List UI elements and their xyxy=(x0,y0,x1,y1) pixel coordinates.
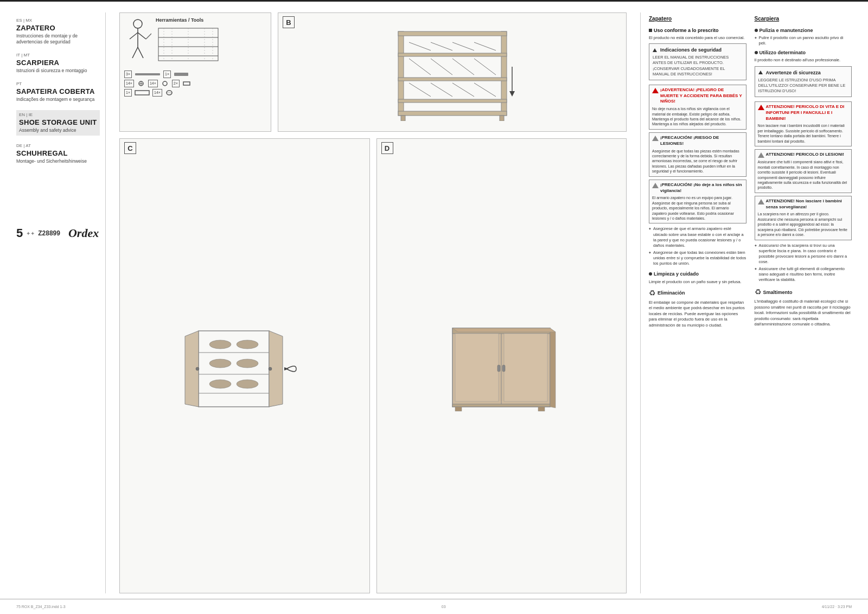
diagram-c-label: C xyxy=(124,142,136,154)
pulizia-text: Pulire il prodotto con un panno asciutto… xyxy=(755,35,852,46)
eliminacion-text: El embalaje se compone de materiales que… xyxy=(649,300,746,329)
svg-line-34 xyxy=(431,42,452,50)
italian-title: Scarpiera xyxy=(755,15,852,23)
warning-ninos: ¡PRECAUCIÓN! ¡No deje a los niños sin vi… xyxy=(649,180,746,224)
svg-line-38 xyxy=(431,59,452,75)
indicaciones-text: LEER EL MANUAL DE INSTRUCCIONES ANTES DE… xyxy=(653,55,743,77)
it-bullet-superficie: Assicurarsi che la scarpiera si trovi su… xyxy=(755,243,852,265)
smaltimento-text: L'imballaggio è costituito di materiali … xyxy=(755,299,852,328)
diagram-c-svg xyxy=(182,320,307,412)
utilizzo-bullet xyxy=(755,51,758,54)
svg-line-4 xyxy=(132,47,138,58)
svg-line-41 xyxy=(409,83,431,97)
it-bullet-collegamento: Assicurare che tutti gli elementi di col… xyxy=(755,266,852,283)
svg-rect-32 xyxy=(398,99,507,103)
it-triangle-2 xyxy=(758,152,764,158)
star-icons: ✦✦ xyxy=(26,231,35,236)
eliminacion-title: Eliminación xyxy=(658,290,685,296)
svg-rect-64 xyxy=(452,404,550,407)
svg-rect-17 xyxy=(174,73,188,76)
indicaciones-title: Indicaciones de seguridad xyxy=(653,47,743,53)
lang-block-pt: PT SAPATEIRA COBERTA Indicações de monta… xyxy=(16,81,100,103)
main-content: ES | MX ZAPATERO Instrucciones de montaj… xyxy=(0,2,868,599)
lang-block-de: DE | AT SCHUHREGAL Montage- und Sicherhe… xyxy=(16,143,100,164)
bottom-center-page: 03 xyxy=(442,605,446,609)
product-name-en: SHOE STORAGE UNIT xyxy=(19,118,97,126)
svg-rect-45 xyxy=(401,116,405,121)
svg-rect-30 xyxy=(398,53,507,56)
svg-point-61 xyxy=(237,380,258,388)
it-triangle-3 xyxy=(758,199,764,204)
warning-muerte: ¡ADVERTENCIA! ¡PELIGRO DE MUERTE Y ACCID… xyxy=(649,85,746,130)
svg-line-39 xyxy=(452,59,474,75)
svg-line-35 xyxy=(452,42,474,50)
svg-rect-49 xyxy=(199,331,269,407)
lang-code-en: EN | IE xyxy=(19,112,97,117)
svg-line-6 xyxy=(146,33,151,39)
svg-line-40 xyxy=(474,59,496,75)
svg-rect-46 xyxy=(500,116,504,121)
parts-list-figure: Herramientas / Tools xyxy=(119,12,271,132)
lang-block-en: EN | IE SHOE STORAGE UNIT Assembly and s… xyxy=(16,110,100,136)
diagram-d-svg xyxy=(439,320,564,412)
it-warning-lesioni: ATTENZIONE! PERICOLO DI LESIONI! Assicur… xyxy=(755,149,852,193)
warning-triangle-3 xyxy=(652,183,659,188)
product-name-de: SCHUHREGAL xyxy=(16,149,100,157)
bullet-conexiones: Asegúrese de que todas las conexiones es… xyxy=(649,250,746,266)
svg-point-0 xyxy=(133,20,142,28)
product-name-it: SCARPIERA xyxy=(16,59,100,67)
bottom-bar: 75 ROX B_Z34_Z33.indd 1-3 03 4/11/22 · 3… xyxy=(0,599,868,614)
lang-block-es: ES | MX ZAPATERO Instrucciones de montaj… xyxy=(16,18,100,45)
svg-rect-68 xyxy=(497,365,500,372)
bottom-left-panel: 5 ✦✦ Z28899 Ordex xyxy=(16,215,100,240)
limpieza-title: Limpieza y cuidado xyxy=(654,271,699,277)
it-warning-lesioni-title: ATTENZIONE! PERICOLO DI LESIONI! xyxy=(758,152,849,158)
product-subtitle-en: Assembly and safety advice xyxy=(19,127,97,133)
svg-point-59 xyxy=(237,359,258,368)
utilizzo-title: Utilizzo determinato xyxy=(760,49,806,56)
utilizzo-text: Il prodotto non è destinato all'uso prof… xyxy=(755,57,852,63)
avvertenze-triangle-sm xyxy=(758,71,763,74)
product-subtitle-pt: Indicações de montagem e segurança xyxy=(16,97,100,103)
diagram-b-svg xyxy=(387,23,518,121)
product-subtitle-de: Montage- und Sicherheitshinweise xyxy=(16,158,100,164)
svg-rect-22 xyxy=(183,82,190,85)
it-warning-vita-text: Non lasciare mai i bambini incustoditi c… xyxy=(758,123,849,144)
it-recycle-icon: ♻ xyxy=(755,287,762,297)
svg-line-37 xyxy=(409,59,431,75)
it-triangle-1 xyxy=(758,105,764,110)
svg-rect-16 xyxy=(135,73,160,75)
it-warning-bambini-title: ATTENZIONE! Non lasciare i bambini senza… xyxy=(758,199,849,210)
uso-bullet xyxy=(649,29,652,32)
limpieza-bullet xyxy=(649,272,652,276)
warning-triangle-sm xyxy=(653,48,657,52)
svg-point-56 xyxy=(209,340,231,349)
spanish-instructions-col: Zapatero Uso conforme a lo prescrito El … xyxy=(649,12,746,593)
svg-line-44 xyxy=(474,83,496,97)
lang-code-it: IT | MT xyxy=(16,53,100,57)
svg-point-21 xyxy=(163,81,167,86)
svg-line-33 xyxy=(409,42,431,50)
svg-line-43 xyxy=(452,83,474,97)
svg-point-54 xyxy=(269,367,272,370)
brand-logo: Ordex xyxy=(68,226,99,240)
page-container: ES | MX ZAPATERO Instrucciones de montaj… xyxy=(0,0,868,614)
svg-point-60 xyxy=(209,380,231,388)
pulizia-bullet xyxy=(755,29,758,32)
svg-marker-48 xyxy=(509,91,515,97)
lang-code-pt: PT xyxy=(16,81,100,86)
lang-code-es: ES | MX xyxy=(16,18,100,23)
bullet-estabilidad: Asegúrese de que el armario zapatero est… xyxy=(649,226,746,248)
pulizia-title: Pulizia e manutenzione xyxy=(760,27,813,34)
avvertenze-title: Avvertenze di sicurezza xyxy=(758,69,848,76)
svg-line-3 xyxy=(138,33,146,39)
bottom-right-code: 4/11/22 · 3:23 PM xyxy=(822,605,852,609)
warning-ninos-title: ¡PRECAUCIÓN! ¡No deje a los niños sin vi… xyxy=(652,182,743,194)
it-warning-lesioni-text: Assicurare che tutti i componenti siano … xyxy=(758,159,849,190)
indicaciones-box: Indicaciones de seguridad LEER EL MANUAL… xyxy=(649,43,746,80)
diagram-b-label: B xyxy=(283,16,295,28)
lang-code-de: DE | AT xyxy=(16,143,100,148)
svg-line-5 xyxy=(138,47,143,58)
svg-line-2 xyxy=(130,33,138,39)
shelf-unit-parts-svg xyxy=(156,25,221,63)
